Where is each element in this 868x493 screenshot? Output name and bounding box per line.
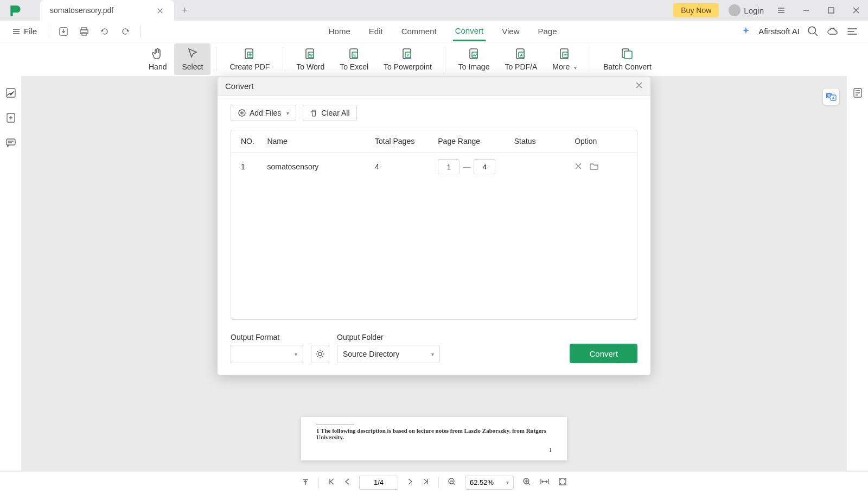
buy-now-button[interactable]: Buy Now — [673, 3, 719, 17]
ai-button[interactable]: Afirstsoft AI — [758, 27, 800, 36]
svg-text:W: W — [309, 53, 313, 57]
document-tab[interactable]: somatosensory.pdf — [40, 0, 174, 21]
undo-icon[interactable] — [96, 23, 113, 40]
to-powerpoint-icon: P — [401, 47, 414, 60]
prev-page-icon[interactable] — [344, 478, 350, 488]
maximize-icon[interactable] — [824, 3, 839, 18]
fit-page-icon[interactable] — [558, 477, 567, 488]
zoom-in-icon[interactable] — [522, 477, 531, 488]
tool-batch-convert[interactable]: Batch Convert — [596, 43, 659, 75]
svg-rect-28 — [624, 51, 632, 59]
to-excel-icon: E — [348, 47, 361, 60]
batch-convert-icon — [621, 47, 634, 60]
scroll-top-icon[interactable] — [301, 477, 310, 488]
thumbnails-icon[interactable] — [5, 87, 17, 99]
svg-rect-0 — [828, 8, 834, 13]
settings-lines-icon[interactable] — [846, 26, 858, 37]
row-remove-icon[interactable] — [575, 162, 582, 172]
table-row[interactable]: 1 somatosensory 4 — — [231, 153, 637, 181]
row-folder-icon[interactable] — [590, 162, 598, 172]
translate-widget[interactable]: 文A — [822, 88, 840, 105]
svg-text:P: P — [407, 53, 410, 57]
tool-to-excel[interactable]: E To Excel — [332, 43, 376, 75]
save-icon[interactable] — [55, 23, 72, 40]
add-files-label: Add Files — [250, 109, 281, 117]
menubar-tabs: Home Edit Comment Convert View Page — [327, 22, 559, 41]
print-icon[interactable] — [75, 23, 93, 40]
row-no: 1 — [241, 162, 267, 171]
output-format-select[interactable]: ▾ — [231, 345, 303, 363]
convert-button[interactable]: Convert — [570, 344, 637, 363]
statusbar: 62.52% ▾ — [0, 471, 868, 493]
tool-create-pdf[interactable]: Create PDF — [222, 43, 277, 75]
svg-point-24 — [564, 54, 565, 55]
svg-point-5 — [808, 27, 815, 34]
col-pages: Total Pages — [375, 137, 438, 146]
to-word-icon: W — [304, 47, 317, 60]
tool-to-powerpoint[interactable]: P To Powerpoint — [376, 43, 439, 75]
tool-to-word[interactable]: W To Word — [289, 43, 332, 75]
clear-all-button[interactable]: Clear All — [303, 105, 356, 121]
zoom-out-icon[interactable] — [448, 477, 456, 488]
tab-comment[interactable]: Comment — [399, 22, 439, 40]
menu-icon — [12, 27, 21, 36]
tool-create-pdf-label: Create PDF — [229, 62, 270, 71]
bookmarks-icon[interactable] — [5, 112, 17, 124]
hand-icon — [151, 47, 164, 60]
close-icon[interactable] — [848, 3, 864, 18]
add-files-button[interactable]: Add Files ▾ — [231, 105, 296, 121]
new-tab-button[interactable]: + — [182, 5, 188, 16]
hamburger-menu-icon[interactable] — [774, 3, 789, 18]
row-name: somatosensory — [267, 162, 375, 171]
row-pages: 4 — [375, 162, 438, 171]
tab-view[interactable]: View — [500, 22, 521, 40]
tool-to-image[interactable]: To Image — [451, 43, 497, 75]
tool-more[interactable]: More ▾ — [545, 43, 584, 75]
login-button[interactable]: Login — [729, 4, 764, 16]
chevron-down-icon: ▾ — [506, 479, 509, 485]
range-to-input[interactable] — [474, 159, 495, 174]
convert-toolbar: Hand Select Create PDF W To Word E To Ex… — [0, 42, 868, 76]
cloud-icon[interactable] — [827, 26, 839, 37]
chevron-down-icon: ▾ — [286, 110, 289, 116]
tool-select[interactable]: Select — [174, 43, 210, 75]
zoom-select[interactable]: 62.52% ▾ — [465, 476, 514, 490]
search-icon[interactable] — [807, 26, 819, 37]
first-page-icon[interactable] — [328, 478, 335, 488]
last-page-icon[interactable] — [422, 478, 430, 488]
output-folder-value: Source Directory — [343, 350, 399, 358]
next-page-icon[interactable] — [407, 478, 413, 488]
file-menu-label: File — [24, 27, 37, 36]
tab-convert[interactable]: Convert — [453, 22, 486, 41]
page-input[interactable] — [359, 476, 398, 490]
svg-rect-29 — [7, 89, 15, 97]
output-folder-label: Output Folder — [337, 333, 440, 342]
titlebar: somatosensory.pdf + Buy Now Login — [0, 0, 868, 21]
tool-to-image-label: To Image — [458, 62, 490, 71]
svg-text:E: E — [353, 53, 356, 57]
file-menu[interactable]: File — [8, 24, 41, 38]
trash-icon — [310, 109, 318, 117]
output-format-settings-button[interactable] — [311, 345, 329, 363]
tab-home[interactable]: Home — [327, 22, 353, 40]
table-head: NO. Name Total Pages Page Range Status O… — [231, 130, 637, 153]
dialog-close-icon[interactable] — [635, 81, 643, 91]
fit-width-icon[interactable] — [540, 478, 550, 488]
plus-circle-icon — [238, 109, 246, 117]
tab-close-icon[interactable] — [157, 7, 164, 14]
output-folder-select[interactable]: Source Directory ▾ — [337, 345, 440, 363]
tab-page[interactable]: Page — [535, 22, 559, 40]
row-option — [575, 162, 627, 172]
tool-batch-convert-label: Batch Convert — [603, 62, 652, 71]
range-from-input[interactable] — [438, 159, 459, 174]
redo-icon[interactable] — [117, 23, 134, 40]
tool-hand-label: Hand — [149, 62, 167, 71]
tab-edit[interactable]: Edit — [367, 22, 385, 40]
comments-icon[interactable] — [5, 137, 17, 149]
tool-to-powerpoint-label: To Powerpoint — [384, 62, 432, 71]
tool-to-word-label: To Word — [296, 62, 324, 71]
tool-to-pdfa[interactable]: A To PDF/A — [497, 43, 545, 75]
minimize-icon[interactable] — [799, 3, 814, 18]
properties-icon[interactable] — [852, 87, 864, 101]
tool-hand[interactable]: Hand — [141, 43, 174, 75]
